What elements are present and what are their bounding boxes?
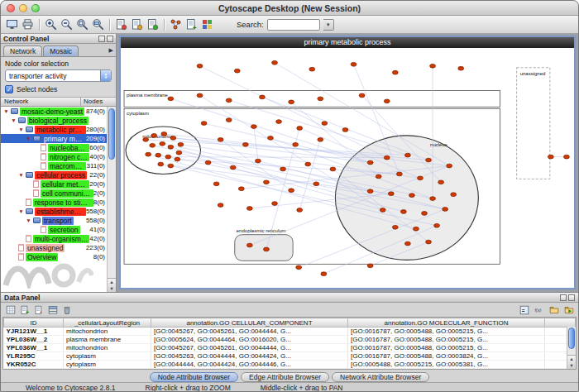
network-node[interactable] bbox=[388, 192, 394, 196]
tree-item-primary-metab-[interactable]: ▼primary metab...209(0) bbox=[1, 134, 116, 143]
table-scrollbar-arrows[interactable]: ▲▼ bbox=[567, 355, 576, 369]
expander-icon[interactable]: ▼ bbox=[10, 117, 17, 123]
network-node[interactable] bbox=[242, 142, 248, 146]
column-header[interactable]: annotation.GO CELLULAR_COMPONENT bbox=[151, 318, 348, 327]
network-node[interactable] bbox=[230, 165, 236, 170]
expander-icon[interactable]: ▼ bbox=[17, 172, 25, 178]
tree-item-response-to-stimu-[interactable]: response to stimu...8(0) bbox=[1, 198, 116, 207]
float-panel-icon[interactable] bbox=[98, 36, 105, 42]
network-node[interactable] bbox=[318, 97, 323, 101]
tab-mosaic[interactable]: Mosaic bbox=[43, 45, 79, 56]
network-node[interactable] bbox=[418, 176, 423, 180]
network-node[interactable] bbox=[384, 155, 390, 160]
network-node[interactable] bbox=[289, 189, 294, 193]
network-node[interactable] bbox=[213, 182, 219, 186]
network-node[interactable] bbox=[158, 162, 164, 166]
expander-icon[interactable]: ▼ bbox=[25, 218, 32, 223]
network-node[interactable] bbox=[367, 160, 373, 165]
tree-item-transport[interactable]: ▼transport558(0) bbox=[1, 216, 116, 225]
combo-arrows-icon[interactable]: ▲▼ bbox=[100, 70, 111, 81]
tree-item-cellular-process[interactable]: ▼cellular process22(0) bbox=[1, 170, 116, 179]
network-node[interactable] bbox=[272, 202, 278, 206]
network-node[interactable] bbox=[297, 127, 303, 131]
network-node[interactable] bbox=[443, 208, 448, 212]
network-node[interactable] bbox=[246, 207, 252, 211]
network-node[interactable] bbox=[297, 208, 303, 213]
network-node[interactable] bbox=[296, 265, 302, 270]
network-node[interactable] bbox=[426, 240, 432, 244]
network-node[interactable] bbox=[165, 155, 171, 159]
tree-scrollbar-thumb[interactable] bbox=[108, 108, 115, 160]
network-node[interactable] bbox=[392, 225, 398, 229]
tab-edge-attribute-browser[interactable]: Edge Attribute Browser bbox=[241, 372, 329, 382]
table-scrollbar[interactable]: ▲▼ bbox=[567, 327, 576, 369]
hide-selected-icon[interactable] bbox=[129, 17, 145, 32]
tree-item-nucleobase-[interactable]: nucleobase...60(0) bbox=[1, 143, 116, 152]
table-row[interactable]: YKR052Ccytoplasm[GO:0044444, GO:0044424,… bbox=[4, 361, 576, 369]
network-node[interactable] bbox=[289, 100, 294, 104]
import-table-icon[interactable] bbox=[547, 304, 561, 316]
network-node[interactable] bbox=[150, 143, 156, 147]
tab-scroll-right-icon[interactable]: ▶ bbox=[109, 47, 113, 54]
table-row[interactable]: YJR121W__1mitochondrion[GO:0045267, GO:0… bbox=[4, 327, 576, 336]
create-attribute-icon[interactable]: + bbox=[17, 304, 31, 316]
network-node[interactable] bbox=[151, 134, 157, 138]
select-attributes-icon[interactable] bbox=[3, 304, 17, 316]
network-node[interactable] bbox=[168, 97, 174, 101]
network-node[interactable] bbox=[414, 227, 419, 231]
select-all-rows-icon[interactable] bbox=[45, 304, 60, 316]
network-node[interactable] bbox=[458, 66, 464, 70]
network-node[interactable] bbox=[380, 208, 385, 213]
network-node[interactable] bbox=[201, 122, 207, 126]
new-network-from-selection-icon[interactable] bbox=[168, 17, 184, 32]
trash-icon[interactable] bbox=[60, 304, 74, 316]
network-node[interactable] bbox=[409, 194, 415, 198]
zoom-selected-icon[interactable] bbox=[74, 17, 90, 32]
network-node[interactable] bbox=[313, 182, 319, 186]
select-nodes-checkbox[interactable]: ✓ bbox=[5, 85, 13, 93]
network-node[interactable] bbox=[451, 193, 457, 197]
zoom-in-icon[interactable] bbox=[43, 17, 59, 32]
expander-icon[interactable]: ▼ bbox=[2, 108, 10, 114]
network-node[interactable] bbox=[218, 137, 223, 141]
column-header[interactable]: ID bbox=[4, 318, 64, 327]
network-node[interactable] bbox=[251, 125, 256, 129]
network-node[interactable] bbox=[359, 93, 365, 98]
network-node[interactable] bbox=[168, 164, 174, 168]
table-row[interactable]: YPL036W__2plasma membrane[GO:0005624, GO… bbox=[4, 336, 576, 344]
network-node[interactable] bbox=[175, 157, 180, 161]
tree-item-biological-process[interactable]: ▼biological_process bbox=[1, 116, 116, 125]
vizmapper-icon[interactable] bbox=[199, 17, 215, 32]
tab-network[interactable]: Network bbox=[3, 45, 42, 56]
function-builder-icon[interactable]: f(x) bbox=[532, 304, 546, 316]
show-all-icon[interactable] bbox=[145, 17, 160, 32]
network-node[interactable] bbox=[321, 272, 327, 276]
network-node[interactable] bbox=[322, 122, 328, 126]
close-panel-icon[interactable] bbox=[107, 36, 113, 42]
tree-scrollbar-arrows[interactable]: ▲▼ bbox=[108, 278, 116, 292]
network-node[interactable] bbox=[367, 189, 373, 194]
equation-icon[interactable]: = bbox=[517, 304, 531, 316]
network-node[interactable] bbox=[146, 152, 151, 156]
table-row[interactable]: YPL036W__1mitochondrion[GO:0045267, GO:0… bbox=[4, 344, 576, 352]
network-node[interactable] bbox=[548, 155, 553, 159]
tree-column-nodes[interactable]: Nodes bbox=[81, 98, 116, 106]
snapshot-icon[interactable] bbox=[113, 17, 129, 32]
network-node[interactable] bbox=[404, 241, 410, 246]
network-node[interactable] bbox=[246, 243, 252, 247]
network-node[interactable] bbox=[197, 93, 203, 98]
table-row[interactable]: YLR295Ccytoplasm[GO:0045263, GO:0044444,… bbox=[4, 352, 576, 361]
column-header[interactable]: _cellularLayoutRegion bbox=[64, 318, 151, 327]
tree-column-network[interactable]: Network bbox=[1, 98, 81, 106]
network-node[interactable] bbox=[422, 212, 428, 216]
network-node[interactable] bbox=[238, 187, 244, 191]
network-node[interactable] bbox=[430, 197, 436, 201]
network-node[interactable] bbox=[268, 136, 274, 140]
network-node[interactable] bbox=[161, 132, 167, 136]
delete-attribute-icon[interactable]: - bbox=[31, 304, 45, 316]
network-node[interactable] bbox=[396, 172, 402, 176]
network-node[interactable] bbox=[293, 142, 299, 146]
network-node[interactable] bbox=[309, 67, 315, 71]
network-view-title[interactable]: primary metabolic process bbox=[121, 37, 574, 48]
tree-item-mosaic-demo-yeast[interactable]: ▼mosaic-demo-yeast874(0) bbox=[1, 107, 116, 116]
